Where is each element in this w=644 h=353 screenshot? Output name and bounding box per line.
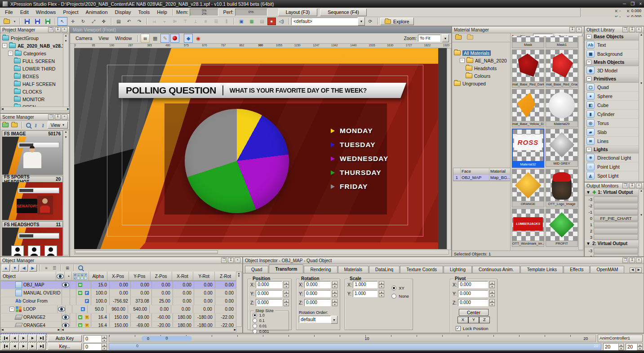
view-dropdown[interactable]: View▼ [48,121,68,129]
zoom-dropdown-icon[interactable]: ▼ [442,34,449,42]
end-frame-spinner-2[interactable]: 20 ▲▼ [626,343,643,350]
pivot-axis-x-button[interactable]: X [457,317,468,323]
undo-button[interactable]: ↶ [124,17,134,26]
viewport-menu-camera[interactable]: Camera [72,35,95,42]
pivot-tool-button[interactable]: ✜ [99,17,109,26]
close-icon[interactable]: × [636,258,642,263]
lock-cell[interactable] [70,322,76,327]
align-middle-button[interactable]: ⊥ [191,17,200,26]
new-scene-button[interactable] [11,121,18,130]
project-manager-hscrollbar[interactable]: ◀▶ [1,107,70,111]
lock-position-checkbox[interactable]: ✓ Lock Position [456,326,497,331]
output-layer-row[interactable]: -1 [585,209,639,215]
material-ott-wordmark-im-[interactable]: LUMBERJACKSOTT_Wordmark_Im... [512,209,544,247]
output-layer-row[interactable]: -3 [585,196,639,202]
tree-item[interactable]: −AE_NAB_2020 [453,57,510,64]
tab-materials[interactable]: Materials [338,266,369,273]
scale-tool-button[interactable]: ⤢ [89,17,98,26]
tab-lighting[interactable]: Lighting [444,266,472,273]
zoom-value[interactable]: To Fit [418,35,440,42]
frame-stepper[interactable]: ▲▼ [102,343,107,350]
output-group-header[interactable]: ▼2: Virtual Output [585,240,639,247]
menu-help[interactable]: Help [153,8,171,16]
sequence-button[interactable]: Sequence (F4) [320,9,366,16]
scale-y-stepper[interactable]: ▲▼ [379,290,384,297]
tree-item[interactable]: −AE_2020_NAB_v28.1 [1,42,69,49]
scale-x-field[interactable]: 1.000 [353,281,378,288]
close-icon[interactable]: × [636,27,642,32]
cue-button[interactable]: ▤ [257,17,267,26]
position-x-field[interactable]: 0.000 [256,281,282,288]
tree-expander-icon[interactable]: − [2,43,7,48]
play-button[interactable] [19,335,28,342]
library-item-cylinder[interactable]: ▮Cylinder [585,110,639,119]
search-objects-button[interactable] [77,265,84,271]
library-section-base-objects[interactable]: −Base Objects [585,33,639,40]
menu-file[interactable]: File [1,8,17,16]
pin-button[interactable]: ↧ [55,114,61,120]
float-button[interactable]: ❐ [48,114,54,120]
library-section-cameras[interactable]: −Cameras [585,180,639,182]
tab-quad[interactable]: Quad [245,266,268,273]
position-y-stepper[interactable]: ▲▼ [284,290,289,297]
object-row-manual-overid[interactable]: MANUAL OVERIDMP100.00.000.000.000.000.00… [1,289,236,297]
distribute-v-button[interactable]: ☰ [211,17,221,26]
visibility-cell[interactable] [62,281,70,289]
redo-button[interactable]: ↷ [134,17,144,26]
menu-animation[interactable]: Animation [82,8,111,16]
menu-edit[interactable]: Edit [17,8,32,16]
output-group-header[interactable]: ▼✚1: Virtual Output [585,189,639,196]
delete-group-button[interactable] [465,33,475,42]
render-mode-icon[interactable] [170,34,179,43]
lock-cell[interactable] [70,281,76,289]
tab-continuous-anim-[interactable]: Continuous Anim. [472,266,520,273]
move-down-button[interactable]: ▼ [11,264,19,272]
tab-openmam[interactable]: OpenMAM [590,266,624,273]
pivot-y-stepper[interactable]: ▲▼ [489,290,495,297]
key-button[interactable]: Key... [48,343,82,350]
align-right-button[interactable]: ⊫ [170,17,180,26]
output-layer-row[interactable]: 2 [585,228,639,234]
tab-template-links[interactable]: Template Links [520,266,563,273]
move-out-button[interactable]: ◀ [20,264,28,272]
float-button[interactable]: ❐ [622,27,628,32]
new-group-button[interactable] [453,33,463,42]
menu-windows[interactable]: Windows [32,8,60,16]
step-back-button[interactable] [10,335,19,342]
float-button[interactable]: ❐ [48,27,54,32]
category-full-screen[interactable]: FULL SCREEN [1,57,69,65]
category-half-screen[interactable]: HALF SCREEN [1,80,69,88]
output-layer-row[interactable]: 1 [585,221,639,228]
pin-button[interactable]: ↧ [569,27,575,32]
close-icon[interactable]: × [235,258,240,263]
audio-button[interactable]: ◁) [276,17,286,26]
visibility-cell[interactable] [62,289,70,297]
tree-item[interactable]: Colours [453,72,510,80]
open-dropdown-button[interactable]: ▼ [12,17,17,26]
tab-scroll-left-icon[interactable]: ◀ [630,268,635,273]
material-mat-base-red-grad[interactable]: mat_Base_Red_Grad [546,49,578,88]
collapse-icon[interactable]: − [586,182,591,182]
step-size-option-0-1[interactable]: 0.1 [253,318,284,323]
scene-card[interactable]: FS HEADSHOTS11 [2,221,63,256]
object-row-orange4[interactable]: ORANGE4MY16.4150.00-69.00-20.00180.00-18… [1,322,236,327]
lock-cell[interactable] [66,305,72,313]
visibility-cell[interactable] [62,322,70,327]
rotation-y-field[interactable]: 0.000 [304,290,331,297]
object-row-loop[interactable]: −LOOPK50.0960.00540.000.000.000.000.00 [1,305,236,313]
tab-effects[interactable]: Effects [564,266,590,273]
collapse-all-button[interactable]: ☰ [51,265,58,271]
output-layer-row[interactable]: -2 [585,254,639,256]
scene-card[interactable]: FS IMAGE50176 [2,130,63,175]
rotation-z-field[interactable]: 0.000 [304,299,331,306]
collapse-icon[interactable]: − [586,76,591,81]
library-item-text[interactable]: AbText [585,40,639,49]
open-project-button[interactable] [2,17,12,26]
object-manager-hscrollbars[interactable]: ◀▶ ◀▶ [1,327,236,332]
viewport-menu-view[interactable]: View [95,35,112,42]
float-button[interactable]: ❐ [221,258,227,263]
save-all-button[interactable] [43,17,53,26]
library-item-cube[interactable]: ◧Cube [585,101,639,110]
explore-button[interactable]: Explore [380,18,414,25]
preset-dropdown[interactable]: <default> ▼ [291,18,365,25]
